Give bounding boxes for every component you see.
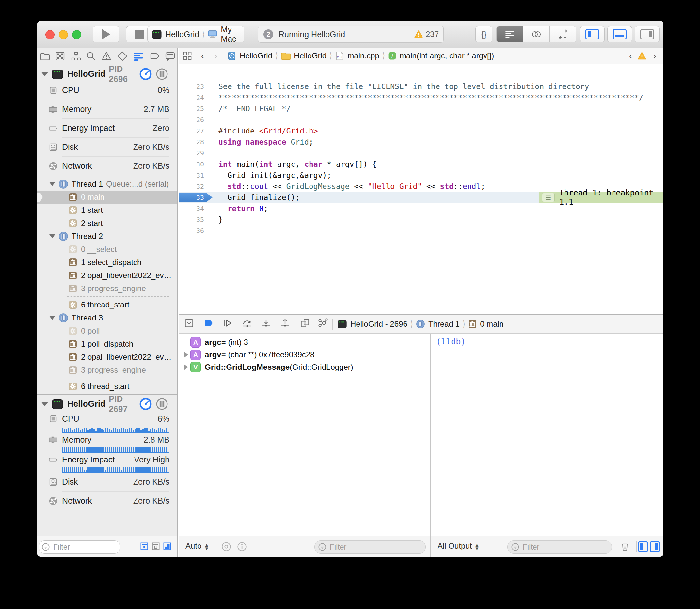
warning-summary[interactable]: 237 <box>414 30 439 39</box>
variables-view[interactable]: A argc = (int) 3 A argv = (char **) 0x7f… <box>178 333 430 536</box>
hide-debug-area-button[interactable] <box>182 317 196 331</box>
line-number[interactable]: 24 <box>178 92 204 103</box>
tab-project-navigator[interactable] <box>39 51 51 62</box>
close-window-button[interactable] <box>45 30 54 39</box>
pause-process-button[interactable] <box>156 398 168 410</box>
line-number[interactable]: 23 <box>178 81 204 92</box>
tab-issue-navigator[interactable] <box>101 51 112 62</box>
stack-frame-row[interactable]: 6 thread_start <box>37 380 177 393</box>
stack-frame-row[interactable]: 2 opal_libevent2022_ev… <box>37 269 177 282</box>
continue-button[interactable] <box>220 317 235 331</box>
line-number[interactable]: 34 <box>178 203 204 214</box>
memory-graph-button[interactable] <box>315 317 330 331</box>
info-icon[interactable] <box>237 541 247 552</box>
stack-frame-row[interactable]: 0 main <box>37 191 177 204</box>
gauge-button[interactable] <box>139 398 152 410</box>
debugbar-thread[interactable]: Thread 1 <box>428 319 460 329</box>
gauge-row-disk[interactable]: Disk Zero KB/s <box>37 473 177 491</box>
next-issue-button[interactable]: › <box>653 50 656 62</box>
gauge-row-cpu[interactable]: CPU 6% <box>37 411 177 427</box>
tab-test-navigator[interactable] <box>117 51 128 62</box>
disclosure-triangle[interactable] <box>49 234 55 238</box>
stack-frame-row[interactable]: 0 poll <box>37 325 177 337</box>
stack-frame-row[interactable]: 2 start <box>37 217 177 230</box>
disclosure-triangle[interactable] <box>49 316 55 320</box>
thread-row[interactable]: Thread 1 Queue:...d (serial) <box>37 177 177 191</box>
disclosure-triangle[interactable] <box>184 352 188 358</box>
jumpbar-group[interactable]: HelloGrid <box>294 51 326 60</box>
minimize-window-button[interactable] <box>59 30 68 39</box>
thread-row[interactable]: Thread 2 <box>37 230 177 243</box>
disclosure-triangle[interactable] <box>41 402 48 406</box>
issue-warning-icon[interactable] <box>637 51 647 60</box>
debugbar-process[interactable]: HelloGrid - 2696 <box>350 319 408 329</box>
toggle-debug-area-button[interactable] <box>607 26 632 42</box>
tab-find-navigator[interactable] <box>86 51 97 62</box>
breakpoints-toggle-button[interactable] <box>202 317 216 331</box>
filter-gauges-button[interactable] <box>139 541 149 551</box>
code-area[interactable]: 23 See the full license in the file "LIC… <box>178 64 663 314</box>
line-number[interactable]: 25 <box>178 103 204 114</box>
code-snippet-button[interactable]: {} <box>475 26 492 42</box>
debugbar-frame[interactable]: 0 main <box>480 319 503 329</box>
tab-breakpoint-navigator[interactable] <box>149 51 160 62</box>
stack-frame-row[interactable]: 1 poll_dispatch <box>37 337 177 350</box>
filter-running-button[interactable] <box>151 541 160 551</box>
jumpbar-symbol[interactable]: main(int argc, char * argv[]) <box>399 51 494 60</box>
console-filter-field[interactable]: Filter <box>507 540 612 554</box>
disclosure-triangle[interactable] <box>49 182 55 186</box>
gauge-row-cpu[interactable]: CPU 0% <box>37 81 177 100</box>
navigator-filter-field[interactable]: Filter <box>38 540 120 554</box>
variable-row[interactable]: A argc = (int) 3 <box>178 336 430 349</box>
pause-process-button[interactable] <box>156 68 168 80</box>
variable-row[interactable]: V Grid::GridLogMessage (Grid::GridLogger… <box>178 361 430 373</box>
stack-frame-row[interactable]: 3 progress_engine <box>37 282 177 295</box>
gauge-button[interactable] <box>139 68 152 80</box>
disclosure-triangle[interactable] <box>184 364 188 370</box>
line-number[interactable]: 30 <box>178 159 204 170</box>
quicklook-icon[interactable] <box>221 541 232 552</box>
step-over-button[interactable] <box>240 317 254 331</box>
annotation-menu-icon[interactable]: ☰ <box>542 193 555 202</box>
show-variables-toggle[interactable] <box>638 541 648 552</box>
source-editor[interactable]: ‹ › HelloGrid ⟩ HelloGrid ⟩ C++ main.cpp… <box>178 48 663 314</box>
stack-frame-row[interactable]: 2 opal_libevent2022_ev… <box>37 350 177 364</box>
gauge-row-memory[interactable]: Memory 2.7 MB <box>37 100 177 119</box>
gauge-row-network[interactable]: Network Zero KB/s <box>37 157 177 175</box>
step-into-button[interactable] <box>259 317 273 331</box>
activity-viewer[interactable]: 2 Running HelloGrid 237 <box>258 26 444 43</box>
line-number[interactable]: 35 <box>178 214 204 225</box>
gauge-row-disk[interactable]: Disk Zero KB/s <box>37 138 177 156</box>
zoom-window-button[interactable] <box>72 30 81 39</box>
variable-row[interactable]: A argv = (char **) 0x7ffee9039c28 <box>178 349 430 361</box>
show-console-toggle[interactable] <box>650 541 660 552</box>
gauge-row-network[interactable]: Network Zero KB/s <box>37 491 177 510</box>
jumpbar-project[interactable]: HelloGrid <box>240 51 272 60</box>
variables-scope-dropdown[interactable]: Auto▲▼ <box>185 541 209 551</box>
toggle-inspector-button[interactable] <box>635 26 660 42</box>
console-view[interactable]: (lldb) <box>431 333 663 536</box>
gauge-row-energy-impact[interactable]: Energy Impact Very High <box>37 453 177 466</box>
back-button[interactable]: ‹ <box>201 50 204 62</box>
prev-issue-button[interactable]: ‹ <box>629 50 632 62</box>
tab-debug-navigator[interactable] <box>133 51 144 62</box>
process-row[interactable]: HelloGrid PID 2697 <box>37 397 177 411</box>
toggle-navigator-button[interactable] <box>580 26 605 42</box>
stack-frame-row[interactable]: 1 select_dispatch <box>37 256 177 269</box>
filter-frames-button[interactable] <box>162 541 172 551</box>
clear-console-button[interactable] <box>620 541 630 552</box>
stack-frame-row[interactable]: 1 start <box>37 204 177 217</box>
line-number[interactable]: 31 <box>178 170 204 181</box>
version-editor-button[interactable] <box>549 27 576 42</box>
run-button[interactable] <box>93 26 119 42</box>
line-number[interactable]: 33 <box>178 192 204 203</box>
line-number[interactable]: 28 <box>178 136 204 147</box>
tab-report-navigator[interactable] <box>165 51 176 62</box>
standard-editor-button[interactable] <box>497 27 523 42</box>
tab-symbol-navigator[interactable] <box>70 51 82 62</box>
stack-frame-row[interactable]: 6 thread_start <box>37 298 177 311</box>
line-number[interactable]: 27 <box>178 125 204 136</box>
related-items-icon[interactable] <box>183 51 192 60</box>
assistant-editor-button[interactable] <box>523 27 549 42</box>
tab-source-control[interactable] <box>54 51 66 62</box>
